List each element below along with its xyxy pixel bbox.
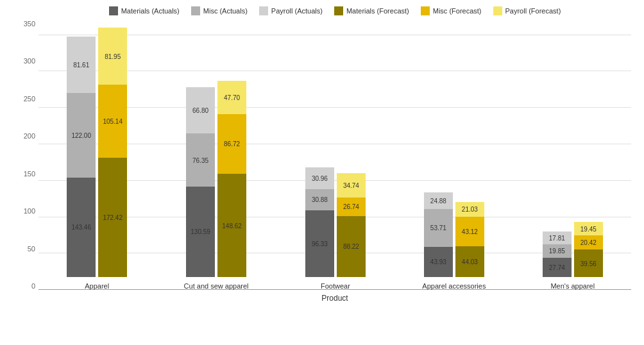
legend-color-payroll-forecast xyxy=(493,6,502,15)
bar-value-label: 24.88 xyxy=(430,198,446,205)
y-tick: 200 xyxy=(6,133,35,140)
legend-materials-actuals: Materials (Actuals) xyxy=(109,6,180,15)
bar-segment: 44.03 xyxy=(455,246,484,277)
bar-value-label: 81.61 xyxy=(73,61,89,68)
bar-value-label: 17.81 xyxy=(549,234,565,241)
y-tick: 150 xyxy=(6,171,35,178)
bar-segment: 43.12 xyxy=(455,217,484,247)
actuals-bar-stack: 43.9353.7124.88 xyxy=(424,192,453,277)
bar-group: 96.3330.8830.9688.2226.7434.74Footwear xyxy=(305,167,366,290)
bar-value-label: 30.88 xyxy=(312,196,328,203)
legend-label-misc-actuals: Misc (Actuals) xyxy=(203,7,248,15)
bar-segment: 39.56 xyxy=(574,249,603,277)
bar-value-label: 53.71 xyxy=(430,224,446,231)
bar-value-label: 43.12 xyxy=(462,228,478,235)
group-bars: 143.46122.0081.61172.42105.1481.95 xyxy=(67,28,127,277)
bar-value-label: 130.59 xyxy=(191,228,210,235)
y-tick: 300 xyxy=(6,58,35,65)
group-bars: 27.7419.8517.8139.5620.4219.45 xyxy=(543,222,603,277)
legend-color-materials-forecast xyxy=(334,6,343,15)
bar-segment: 19.85 xyxy=(543,244,572,258)
bar-group: 143.46122.0081.61172.42105.1481.95Appare… xyxy=(67,28,127,290)
legend-label-payroll-forecast: Payroll (Forecast) xyxy=(505,7,561,15)
y-tick: 250 xyxy=(6,96,35,103)
bar-value-label: 43.93 xyxy=(430,258,446,265)
legend-color-misc-actuals xyxy=(191,6,200,15)
bar-value-label: 143.46 xyxy=(71,224,91,231)
legend-label-materials-actuals: Materials (Actuals) xyxy=(121,7,180,15)
bar-group: 43.9353.7124.8844.0343.1221.03Apparel ac… xyxy=(422,192,486,290)
bar-segment: 105.14 xyxy=(98,85,127,158)
group-label: Cut and sew apparel xyxy=(184,282,249,290)
bar-segment: 19.45 xyxy=(574,222,603,235)
bar-segment: 81.95 xyxy=(98,28,127,85)
legend-label-materials-forecast: Materials (Forecast) xyxy=(346,7,409,15)
group-label: Apparel accessories xyxy=(422,282,486,290)
chart-legend: Materials (Actuals) Misc (Actuals) Payro… xyxy=(38,6,631,15)
chart-area: 050100150200250300350 143.46122.0081.611… xyxy=(38,21,631,290)
bar-segment: 130.59 xyxy=(186,187,215,277)
group-label: Apparel xyxy=(85,282,109,290)
y-tick: 350 xyxy=(6,21,35,28)
legend-materials-forecast: Materials (Forecast) xyxy=(334,6,409,15)
bar-value-label: 122.00 xyxy=(71,131,91,139)
bar-segment: 30.96 xyxy=(305,167,334,189)
bar-segment: 76.35 xyxy=(186,133,215,187)
group-bars: 96.3330.8830.9688.2226.7434.74 xyxy=(305,167,366,277)
y-tick: 50 xyxy=(6,246,35,253)
bar-segment: 34.74 xyxy=(337,173,366,198)
bar-segment: 26.74 xyxy=(337,198,366,216)
bar-segment: 81.61 xyxy=(67,37,96,93)
forecast-bar-stack: 88.2226.7434.74 xyxy=(337,173,366,277)
bar-value-label: 105.14 xyxy=(103,117,123,124)
bar-segment: 47.70 xyxy=(217,81,246,114)
bar-value-label: 76.35 xyxy=(192,156,208,164)
legend-label-misc-forecast: Misc (Forecast) xyxy=(433,7,482,15)
bar-group: 130.5976.3566.80148.6286.7247.70Cut and … xyxy=(184,81,249,290)
forecast-bar-stack: 148.6286.7247.70 xyxy=(217,81,246,277)
bar-segment: 21.03 xyxy=(455,202,484,217)
bar-value-label: 86.72 xyxy=(224,140,240,147)
y-tick: 0 xyxy=(6,283,35,290)
forecast-bar-stack: 172.42105.1481.95 xyxy=(98,28,127,277)
bar-segment: 148.62 xyxy=(217,174,246,277)
bar-value-label: 19.85 xyxy=(549,248,565,255)
forecast-bar-stack: 39.5620.4219.45 xyxy=(574,222,603,277)
bar-group: 27.7419.8517.8139.5620.4219.45Men's appa… xyxy=(543,222,603,290)
legend-label-payroll-actuals: Payroll (Actuals) xyxy=(271,7,323,15)
bar-segment: 17.81 xyxy=(543,231,572,244)
group-bars: 43.9353.7124.8844.0343.1221.03 xyxy=(424,192,484,277)
bar-value-label: 88.22 xyxy=(343,243,359,250)
bar-segment: 96.33 xyxy=(305,210,334,277)
bar-value-label: 27.74 xyxy=(549,264,565,271)
bar-value-label: 19.45 xyxy=(580,225,597,232)
bar-segment: 53.71 xyxy=(424,209,453,246)
bar-segment: 143.46 xyxy=(67,178,96,277)
bar-value-label: 66.80 xyxy=(192,107,208,114)
legend-color-misc-forecast xyxy=(421,6,430,15)
bar-segment: 30.88 xyxy=(305,189,334,210)
legend-payroll-actuals: Payroll (Actuals) xyxy=(259,6,323,15)
actuals-bar-stack: 130.5976.3566.80 xyxy=(186,87,215,277)
bar-value-label: 20.42 xyxy=(580,239,597,246)
bar-value-label: 34.74 xyxy=(343,181,359,189)
legend-misc-actuals: Misc (Actuals) xyxy=(191,6,248,15)
bar-value-label: 39.56 xyxy=(580,260,597,267)
actuals-bar-stack: 96.3330.8830.96 xyxy=(305,167,334,277)
bar-segment: 43.93 xyxy=(424,247,453,277)
bar-segment: 86.72 xyxy=(217,114,246,174)
group-label: Men's apparel xyxy=(550,282,595,290)
bar-value-label: 172.42 xyxy=(103,214,123,221)
x-axis-title: Product xyxy=(38,294,631,303)
bar-value-label: 81.95 xyxy=(105,53,121,60)
bar-segment: 66.80 xyxy=(186,87,215,133)
forecast-bar-stack: 44.0343.1221.03 xyxy=(455,202,484,277)
bar-segment: 27.74 xyxy=(543,258,572,277)
groups-wrapper: 143.46122.0081.61172.42105.1481.95Appare… xyxy=(38,21,631,290)
bar-segment: 20.42 xyxy=(574,235,603,249)
bar-value-label: 30.96 xyxy=(312,174,328,181)
bar-value-label: 47.70 xyxy=(224,94,240,101)
y-tick: 100 xyxy=(6,208,35,215)
bar-segment: 172.42 xyxy=(98,158,127,277)
y-axis: 050100150200250300350 xyxy=(6,21,35,290)
